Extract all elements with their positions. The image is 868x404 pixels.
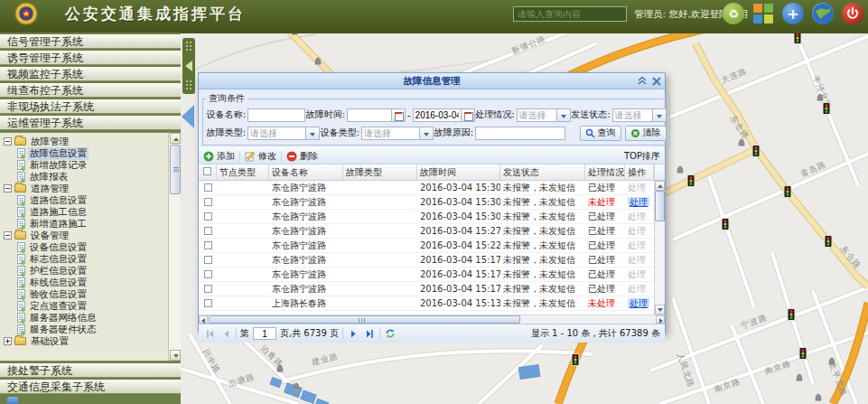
first-page-button[interactable] — [203, 327, 216, 340]
collapse-tool-icon[interactable] — [637, 76, 648, 87]
grid-vertical-scrollbar[interactable] — [654, 164, 665, 315]
table-row[interactable]: 上海路长春路2016-03-04 15:13:45未报警，未发短信未处理处理 — [199, 296, 654, 311]
last-page-button[interactable] — [363, 327, 376, 340]
row-checkbox[interactable] — [199, 296, 217, 310]
tree-item[interactable]: 故障报表 — [4, 171, 181, 183]
sidebar-item-guidance[interactable]: 诱导管理子系统 — [0, 51, 181, 65]
tree-item[interactable]: 定点巡查设置 — [4, 300, 181, 312]
scrollbar-thumb[interactable] — [209, 315, 520, 324]
scroll-left-arrow-icon[interactable] — [199, 315, 208, 324]
close-icon[interactable] — [651, 76, 662, 87]
sidebar-item-video[interactable]: 视频监控子系统 — [0, 67, 181, 81]
search-button[interactable]: 查询 — [580, 126, 621, 141]
row-checkbox[interactable] — [199, 195, 217, 209]
globe-icon[interactable] — [812, 3, 834, 24]
combo-trigger-icon[interactable] — [420, 127, 434, 140]
sidebar-item-traffic-info[interactable]: 交通信息采集子系统 — [0, 380, 181, 394]
table-row[interactable]: 东仓路宁波路2016-03-04 15:17:01未报警，未发短信已处理处理 — [199, 253, 654, 268]
select-all-checkbox[interactable] — [199, 164, 217, 181]
tree-folder-collapsed[interactable]: 基础设置 — [4, 335, 181, 347]
global-search-input[interactable] — [513, 6, 627, 22]
add-button[interactable]: 添加 — [203, 150, 235, 163]
col-node-type[interactable]: 节点类型 — [217, 164, 269, 181]
handle-link[interactable]: 处理 — [628, 298, 649, 308]
table-row[interactable]: 东仓路宁波路2016-03-04 15:17:01未报警，未发短信已处理处理 — [199, 268, 654, 282]
tree-item[interactable]: 道路施工信息 — [4, 206, 181, 218]
table-row[interactable]: 东仓路宁波路2016-03-04 15:30:00未报警，未发短信未处理处理 — [199, 195, 654, 210]
panel-collapse-arrow-icon[interactable] — [182, 105, 194, 128]
scroll-down-arrow-icon[interactable] — [170, 350, 181, 361]
row-checkbox[interactable] — [199, 224, 217, 238]
tree-scrollbar[interactable] — [168, 133, 181, 361]
handle-status-select[interactable]: 请选择 — [517, 108, 571, 122]
app-grid-icon[interactable] — [752, 3, 774, 24]
col-operation[interactable]: 操作 — [625, 164, 654, 181]
sidebar-item-signal[interactable]: 信号管理子系统 — [0, 34, 181, 49]
row-checkbox[interactable] — [199, 210, 217, 223]
col-fault-time[interactable]: 故障时间 — [417, 164, 500, 181]
tree-item[interactable]: 标线信息设置 — [4, 277, 181, 288]
col-fault-type[interactable]: 故障类型 — [343, 164, 417, 181]
send-status-select[interactable]: 请选择 — [612, 108, 667, 122]
collapse-expander-icon[interactable] — [4, 184, 12, 193]
tree-folder[interactable]: 设备管理 — [4, 230, 181, 241]
page-number-input[interactable] — [253, 327, 276, 340]
table-row[interactable]: 东仓路宁波路2016-03-04 15:22:50未报警，未发短信已处理处理 — [199, 239, 654, 253]
top-sort-button[interactable]: TOP排序 — [624, 150, 660, 163]
col-device-name[interactable]: 设备名称 — [269, 164, 343, 181]
scrollbar-thumb[interactable] — [170, 145, 181, 194]
fault-reason-input[interactable] — [475, 127, 565, 140]
table-row[interactable]: 东仓路宁波路2016-03-04 15:17:01未报警，未发短信已处理处理 — [199, 282, 654, 296]
scroll-down-arrow-icon[interactable] — [655, 305, 665, 315]
row-checkbox[interactable] — [199, 268, 217, 281]
row-checkbox[interactable] — [199, 239, 217, 252]
dialog-titlebar[interactable]: 故障信息管理 — [199, 73, 665, 89]
col-send-status[interactable]: 发送状态 — [500, 164, 585, 181]
tree-item[interactable]: 设备信息设置 — [4, 241, 181, 253]
fault-type-select[interactable]: 请选择 — [247, 127, 320, 140]
edit-button[interactable]: 修改 — [245, 150, 276, 163]
tree-item[interactable]: 验收信息设置 — [4, 288, 181, 300]
row-checkbox[interactable] — [199, 282, 217, 296]
scrollbar-thumb[interactable] — [655, 191, 665, 221]
calendar-trigger-icon[interactable] — [462, 108, 475, 122]
scroll-right-arrow-icon[interactable] — [656, 315, 665, 324]
taskbar-icon[interactable] — [7, 397, 18, 404]
tree-item[interactable]: 道路信息设置 — [4, 194, 181, 206]
clear-button[interactable]: 清除 — [625, 126, 667, 141]
handle-link[interactable]: 处理 — [628, 197, 649, 207]
sidebar-item-operations[interactable]: 运维管理子系统 — [0, 116, 181, 130]
device-type-select[interactable]: 请选择 — [361, 127, 434, 140]
scroll-up-arrow-icon[interactable] — [170, 133, 181, 144]
expand-expander-icon[interactable] — [4, 337, 12, 345]
tree-item[interactable]: 服务器网络信息 — [4, 312, 181, 324]
calendar-trigger-icon[interactable] — [392, 108, 406, 122]
table-row[interactable]: 东仓路宁波路2016-03-04 15:30:00未报警，未发短信已处理处理 — [199, 210, 654, 224]
tree-item-selected[interactable]: 故障信息设置 — [4, 147, 181, 159]
tree-item[interactable]: 新增故障记录 — [4, 159, 181, 171]
combo-trigger-icon[interactable] — [306, 127, 320, 140]
grid-horizontal-scrollbar[interactable] — [199, 315, 665, 324]
col-handle-status[interactable]: 处理情况 — [585, 164, 625, 181]
tree-folder[interactable]: 故障管理 — [4, 136, 181, 147]
plus-icon[interactable]: + — [782, 3, 804, 24]
refresh-button[interactable] — [384, 327, 397, 340]
sidebar-collapse-handle[interactable] — [182, 38, 195, 94]
row-checkbox[interactable] — [199, 253, 217, 267]
tree-item[interactable]: 护栏信息设置 — [4, 265, 181, 277]
date-to-input[interactable] — [413, 108, 462, 122]
power-icon[interactable] — [842, 3, 863, 24]
collapse-expander-icon[interactable] — [4, 137, 12, 146]
sidebar-item-offsite[interactable]: 非现场执法子系统 — [0, 99, 181, 114]
prev-page-button[interactable] — [219, 327, 232, 340]
tree-item[interactable]: 服务器硬件状态 — [4, 324, 181, 335]
sidebar-item-alarm[interactable]: 接处警子系统 — [0, 363, 181, 378]
tree-item[interactable]: 标志信息设置 — [4, 253, 181, 265]
tree-item[interactable]: 新增道路施工 — [4, 218, 181, 230]
table-row[interactable]: 东仓路宁波路2016-03-04 15:27:00未报警，未发短信已处理处理 — [199, 224, 654, 239]
collapse-expander-icon[interactable] — [4, 231, 12, 240]
table-row[interactable]: 东仓路宁波路2016-03-04 15:30:00未报警，未发短信已处理处理 — [199, 181, 654, 195]
row-checkbox[interactable] — [199, 181, 217, 194]
sidebar-item-investigation[interactable]: 缉查布控子系统 — [0, 83, 181, 98]
next-page-button[interactable] — [347, 327, 359, 340]
